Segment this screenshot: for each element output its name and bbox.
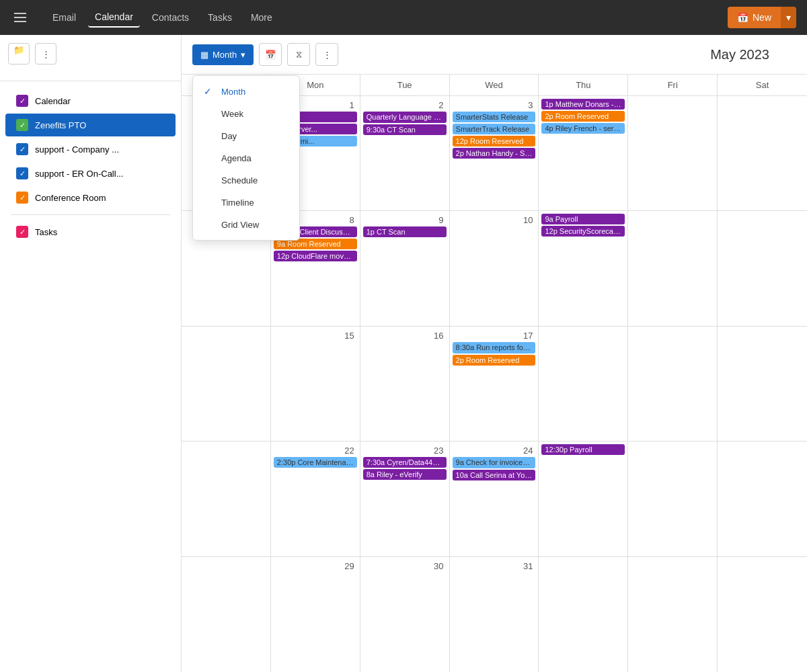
calendar-event[interactable]: 2p Nathan Handy - Server Admin: [453, 148, 536, 159]
dropdown-item-week[interactable]: Week: [193, 103, 299, 125]
sidebar-item-calendar[interactable]: ✓ Calendar: [5, 89, 176, 112]
calendar-event[interactable]: Quarterly Language Cleanup 🔁: [363, 112, 447, 123]
calendar-event[interactable]: 8a Riley - eVerify: [363, 469, 447, 480]
day-number: 9: [363, 214, 447, 226]
calendar-event[interactable]: SmarterStats Release: [453, 112, 536, 122]
calendar-day-2-4[interactable]: [539, 327, 628, 441]
more-options-cal-button[interactable]: ⋮: [315, 43, 338, 66]
filter-button[interactable]: ⧖: [287, 43, 310, 66]
calendar-event[interactable]: 1p CT Scan: [363, 226, 447, 237]
sidebar-item-tasks[interactable]: ✓ Tasks: [5, 220, 176, 243]
day-number: 24: [453, 444, 536, 457]
dropdown-gridview-label: Grid View: [221, 220, 259, 230]
calendar-day-3-5[interactable]: [628, 442, 718, 556]
calendar-day-2-5[interactable]: [628, 327, 718, 441]
calendar-event[interactable]: 12:30p Payroll: [541, 444, 625, 455]
nav-tasks[interactable]: Tasks: [201, 8, 239, 27]
calendar-day-2-1[interactable]: 15: [271, 327, 360, 441]
calendar-day-3-1[interactable]: 222:30p Core Maintenance: [271, 442, 360, 556]
calendar-day-2-2[interactable]: 16: [360, 327, 450, 441]
day-number: 10: [453, 214, 536, 226]
calendar-day-3-4[interactable]: 12:30p Payroll: [539, 442, 628, 556]
calendar-day-1-4[interactable]: 9a Payroll12p SecurityScorecard Review: [539, 211, 628, 325]
calendar-day-1-6[interactable]: [718, 211, 807, 325]
calendar-day-4-3[interactable]: 31: [450, 557, 539, 672]
calendar-day-3-3[interactable]: 249a Check for invoices from Cy... 🔁10a …: [450, 442, 539, 556]
calendar-title: May 2023: [710, 47, 769, 62]
day-number: 23: [363, 444, 447, 457]
nav-contacts[interactable]: Contacts: [145, 8, 196, 27]
calendar-event[interactable]: 12p CloudFlare move discussion: [274, 251, 357, 261]
calendar-view-button[interactable]: 📅: [259, 43, 282, 66]
calendar-day-0-6[interactable]: [718, 96, 807, 210]
calendar-week-3: 222:30p Core Maintenance237:30a Cyren/Da…: [182, 442, 807, 556]
nav-email[interactable]: Email: [46, 8, 83, 27]
calendar-day-2-6[interactable]: [718, 327, 807, 441]
calendar-week-2: 1516178:30a Run reports for Cyren a... 🔁…: [182, 327, 807, 442]
view-dropdown-menu: ✓ Month Week Day Agenda Schedule Time: [192, 75, 300, 241]
dropdown-item-schedule[interactable]: Schedule: [193, 169, 299, 192]
dropdown-item-agenda[interactable]: Agenda: [193, 147, 299, 169]
dropdown-day-label: Day: [221, 131, 237, 141]
nav-calendar[interactable]: Calendar: [88, 7, 140, 28]
support-er-color-icon: ✓: [16, 167, 28, 179]
dropdown-item-timeline[interactable]: Timeline: [193, 192, 299, 214]
month-dropdown-button[interactable]: ▦ Month ▾: [192, 44, 254, 65]
sidebar-item-conference-room[interactable]: ✓ Conference Room: [5, 186, 176, 209]
calendar-day-2-3[interactable]: 178:30a Run reports for Cyren a... 🔁2p R…: [450, 327, 539, 441]
calendar-week-4: 293031: [182, 557, 807, 672]
sidebar-item-support-company[interactable]: ✓ support - Company ...: [5, 138, 176, 161]
calendar-day-1-3[interactable]: 10: [450, 211, 539, 325]
calendar-day-1-2[interactable]: 91p CT Scan: [360, 211, 450, 325]
sidebar: 📁 ⋮ ✓ Calendar ✓ Zenefits PTO ✓ support …: [0, 35, 182, 672]
calendar-day-3-6[interactable]: [718, 442, 807, 556]
calendar-day-0-4[interactable]: 1p Matthew Donars - Server A...2p Room R…: [539, 96, 628, 210]
calendar-day-4-4[interactable]: [539, 557, 628, 672]
calendar-day-4-0[interactable]: [182, 557, 271, 672]
sidebar-item-zenefits[interactable]: ✓ Zenefits PTO: [5, 114, 176, 136]
calendar-event[interactable]: 7:30a Cyren/Data443 - Smartert...: [363, 457, 447, 468]
sidebar-toggle-button[interactable]: [11, 8, 30, 27]
folder-icon-button[interactable]: 📁: [8, 43, 30, 65]
more-options-button[interactable]: ⋮: [35, 43, 56, 65]
day-number: 2: [363, 99, 447, 112]
calendar-event[interactable]: 10a Call Serina at YoungLiving: [453, 470, 536, 480]
calendar-day-1-5[interactable]: [628, 211, 718, 325]
calendar-day-4-2[interactable]: 30: [360, 557, 450, 672]
calendar-day-0-3[interactable]: 3SmarterStats ReleaseSmarterTrack Releas…: [450, 96, 539, 210]
calendar-day-2-0[interactable]: [182, 327, 271, 441]
calendar-event[interactable]: 8:30a Run reports for Cyren a... 🔁: [453, 342, 536, 353]
calendar-event[interactable]: 9a Check for invoices from Cy... 🔁: [453, 457, 536, 468]
calendar-event[interactable]: 2:30p Core Maintenance: [274, 457, 357, 468]
dropdown-week-label: Week: [221, 109, 243, 119]
calendar-day-0-5[interactable]: [628, 96, 718, 210]
calendar-event[interactable]: 12p Room Reserved: [453, 136, 536, 146]
new-main-button[interactable]: 📅 New: [728, 7, 781, 28]
dropdown-schedule-label: Schedule: [221, 175, 258, 185]
nav-items: Email Calendar Contacts Tasks More: [46, 7, 279, 28]
calendar-event[interactable]: 9a Payroll: [541, 214, 625, 224]
dropdown-item-day[interactable]: Day: [193, 125, 299, 147]
new-caret-button[interactable]: ▾: [781, 7, 796, 28]
calendar-event[interactable]: 12p SecurityScorecard Review: [541, 226, 625, 237]
dropdown-month-label: Month: [221, 87, 245, 97]
sidebar-item-support-er[interactable]: ✓ support - ER On-Call...: [5, 162, 176, 185]
calendar-event[interactable]: 9:30a CT Scan: [363, 124, 447, 135]
calendar-event[interactable]: SmarterTrack Release: [453, 124, 536, 134]
support-er-label: support - ER On-Call...: [35, 169, 124, 179]
calendar-day-3-2[interactable]: 237:30a Cyren/Data443 - Smartert...8a Ri…: [360, 442, 450, 556]
calendar-day-0-2[interactable]: 2Quarterly Language Cleanup 🔁9:30a CT Sc…: [360, 96, 450, 210]
calendar-event[interactable]: 4p Riley French - server admi...: [541, 123, 625, 134]
calendar-event[interactable]: 2p Room Reserved: [453, 355, 536, 366]
calendar-day-4-6[interactable]: [718, 557, 807, 672]
nav-more[interactable]: More: [244, 8, 279, 27]
dropdown-item-month[interactable]: ✓ Month: [193, 80, 299, 103]
dropdown-item-gridview[interactable]: Grid View: [193, 214, 299, 236]
calendar-day-3-0[interactable]: [182, 442, 271, 556]
calendar-event[interactable]: 1p Matthew Donars - Server A...: [541, 99, 625, 110]
calendar-day-4-1[interactable]: 29: [271, 557, 360, 672]
app-layout: 📁 ⋮ ✓ Calendar ✓ Zenefits PTO ✓ support …: [0, 35, 807, 672]
calendar-event[interactable]: 2p Room Reserved: [541, 111, 625, 122]
calendar-day-4-5[interactable]: [628, 557, 718, 672]
support-company-color-icon: ✓: [16, 143, 28, 155]
